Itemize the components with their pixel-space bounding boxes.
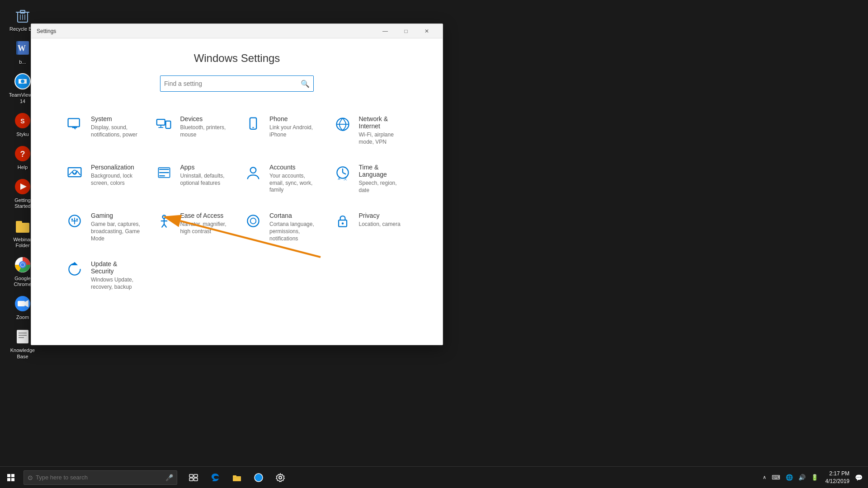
svg-rect-71	[189, 474, 193, 477]
ease-icon	[155, 212, 173, 230]
webinar-folder-icon	[14, 217, 32, 235]
maximize-button[interactable]: □	[396, 24, 416, 38]
network-desc: Wi-Fi, airplane mode, VPN	[359, 131, 409, 145]
apps-icon	[155, 164, 173, 182]
edge-button[interactable]	[204, 467, 226, 488]
settings-item-cortana[interactable]: Cortana Cortana language, permissions, n…	[237, 203, 326, 251]
svg-rect-42	[68, 168, 81, 177]
svg-rect-31	[68, 118, 80, 127]
system-title: System	[91, 115, 141, 122]
settings-search-input[interactable]	[164, 80, 301, 87]
ease-desc: Narrator, magnifier, high contrast	[180, 221, 230, 235]
system-tray: ∧ ⌨ 🌐 🔊 🔋	[759, 474, 822, 481]
cortana-icon	[244, 212, 262, 230]
svg-rect-25	[18, 301, 25, 306]
getting-started-icon	[14, 178, 32, 196]
file-explorer-button[interactable]	[226, 467, 248, 488]
apps-title: Apps	[180, 164, 230, 171]
svg-point-23	[21, 263, 24, 267]
show-hidden-icons[interactable]: ∧	[763, 474, 766, 480]
network-tray-icon[interactable]: 🌐	[786, 474, 793, 481]
word-doc-label: b...	[19, 59, 26, 65]
privacy-title: Privacy	[359, 212, 401, 219]
window-content: Windows Settings 🔍	[31, 38, 443, 345]
settings-item-network[interactable]: Network & Internet Wi-Fi, airplane mode,…	[326, 106, 416, 155]
gaming-icon	[66, 212, 84, 230]
minimize-button[interactable]: —	[375, 24, 396, 38]
phone-icon	[244, 115, 262, 133]
volume-icon[interactable]: 🔊	[798, 474, 806, 481]
apps-desc: Uninstall, defaults, optional features	[180, 173, 230, 187]
taskbar-clock[interactable]: 2:17 PM 4/12/2019	[826, 470, 849, 485]
svg-line-62	[161, 225, 164, 228]
task-view-button[interactable]	[183, 467, 204, 488]
word-doc-icon: W	[14, 39, 32, 57]
settings-item-system[interactable]: System Display, sound, notifications, po…	[58, 106, 148, 155]
svg-rect-28	[19, 333, 27, 333]
close-button[interactable]: ✕	[416, 24, 437, 38]
google-chrome-icon	[14, 256, 32, 274]
notifications-icon[interactable]: 💬	[853, 474, 864, 481]
devices-icon	[155, 115, 173, 133]
styku-label: Styku	[16, 131, 29, 137]
update-icon	[66, 260, 84, 278]
svg-point-59	[162, 216, 165, 219]
accounts-text: Accounts Your accounts, email, sync, wor…	[269, 164, 319, 194]
update-text: Update & Security Windows Update, recove…	[91, 260, 141, 291]
settings-item-time[interactable]: A 文 Time & Language Speech, region, date	[326, 155, 416, 203]
desktop: Recycle Bin W b...	[0, 0, 868, 488]
settings-item-ease[interactable]: Ease of Access Narrator, magnifier, high…	[148, 203, 237, 251]
settings-search-icon: 🔍	[301, 80, 310, 88]
settings-item-privacy[interactable]: Privacy Location, camera	[326, 203, 416, 251]
taskbar-search-box[interactable]: ⊙ 🎤	[24, 470, 177, 485]
svg-text:S: S	[20, 117, 24, 125]
windows-logo-icon	[7, 474, 14, 481]
svg-point-58	[71, 219, 73, 221]
gaming-desc: Game bar, captures, broadcasting, Game M…	[91, 221, 141, 242]
network-title: Network & Internet	[359, 115, 409, 130]
search-bar-container: 🔍	[58, 75, 415, 92]
network-text: Network & Internet Wi-Fi, airplane mode,…	[359, 115, 409, 145]
devices-text: Devices Bluetooth, printers, mouse	[180, 115, 230, 138]
styku-icon: S	[14, 112, 32, 130]
settings-item-accounts[interactable]: Accounts Your accounts, email, sync, wor…	[237, 155, 326, 203]
recycle-bin-icon	[14, 6, 32, 24]
svg-rect-74	[194, 478, 198, 481]
time-icon: A 文	[334, 164, 352, 182]
gaming-text: Gaming Game bar, captures, broadcasting,…	[91, 212, 141, 242]
settings-item-apps[interactable]: Apps Uninstall, defaults, optional featu…	[148, 155, 237, 203]
start-button[interactable]	[0, 467, 22, 488]
personalization-text: Personalization Background, lock screen,…	[91, 164, 141, 187]
settings-item-personalization[interactable]: Personalization Background, lock screen,…	[58, 155, 148, 203]
accounts-icon	[244, 164, 262, 182]
privacy-icon	[334, 212, 352, 230]
gaming-title: Gaming	[91, 212, 141, 219]
network-icon	[334, 115, 352, 133]
teamviewer-icon	[14, 72, 32, 90]
teamviewer-taskbar-button[interactable]	[248, 467, 269, 488]
svg-text:W: W	[18, 44, 26, 53]
cortana-desc: Cortana language, permissions, notificat…	[269, 221, 319, 242]
microphone-icon: 🎤	[165, 474, 173, 481]
taskbar-search-input[interactable]	[36, 474, 165, 481]
settings-item-update[interactable]: Update & Security Windows Update, recove…	[58, 251, 148, 300]
devices-desc: Bluetooth, printers, mouse	[180, 124, 230, 138]
taskbar-right: ∧ ⌨ 🌐 🔊 🔋 2:17 PM 4/12/2019 💬	[755, 467, 868, 488]
settings-item-devices[interactable]: Devices Bluetooth, printers, mouse	[148, 106, 237, 155]
settings-search-box[interactable]: 🔍	[160, 75, 314, 92]
settings-item-gaming[interactable]: Gaming Game bar, captures, broadcasting,…	[58, 203, 148, 251]
settings-taskbar-button[interactable]	[269, 467, 291, 488]
svg-rect-30	[19, 337, 24, 338]
svg-point-65	[250, 218, 256, 224]
taskbar-search-icon: ⊙	[28, 474, 33, 481]
settings-window: Settings — □ ✕ Windows Settings 🔍	[31, 23, 443, 345]
personalization-desc: Background, lock screen, colors	[91, 173, 141, 187]
personalization-title: Personalization	[91, 164, 141, 171]
settings-item-phone[interactable]: Phone Link your Android, iPhone	[237, 106, 326, 155]
privacy-desc: Location, camera	[359, 221, 401, 228]
ease-text: Ease of Access Narrator, magnifier, high…	[180, 212, 230, 235]
clock-time: 2:17 PM	[826, 470, 849, 478]
knowledge-base-label: Knowledge Base	[6, 347, 39, 359]
personalization-icon	[66, 164, 84, 182]
svg-rect-73	[189, 478, 193, 481]
